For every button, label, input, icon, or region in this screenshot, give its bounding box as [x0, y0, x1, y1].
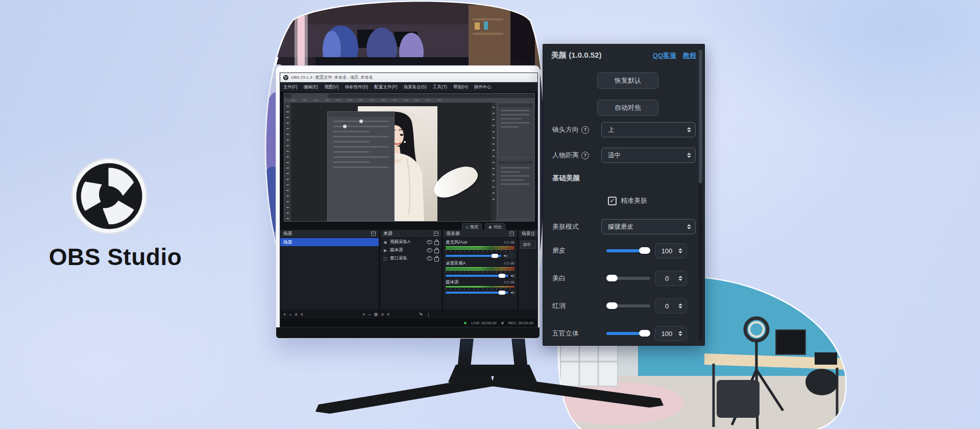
restore-defaults-button[interactable]: 恢复默认: [597, 73, 658, 89]
obs-logo: [69, 156, 149, 236]
rosy-slider[interactable]: [606, 304, 650, 307]
lock-icon[interactable]: [434, 241, 439, 245]
spinner-updown-icon[interactable]: [678, 248, 687, 253]
menu-plugin-center[interactable]: 插件中心: [471, 84, 495, 90]
lens-direction-label: 镜头方向: [552, 125, 579, 134]
spinner-updown-icon[interactable]: [678, 303, 687, 308]
panel-title: 美颜 (1.0.0.52): [551, 51, 601, 60]
menu-file[interactable]: 文件(F): [280, 84, 301, 90]
obs-status-bar: LIVE: 00:00:00 REC: 00:00:00: [280, 319, 537, 327]
add-scene-icon[interactable]: +: [283, 313, 286, 317]
facial-depth-value-spinner[interactable]: 100: [655, 326, 687, 341]
meter-ticks: [446, 250, 514, 252]
whitening-value-spinner[interactable]: 0: [655, 271, 687, 286]
rosy-value-spinner[interactable]: 0: [655, 298, 687, 314]
obs-docks: 场景 场景 来源 ◉ 视频采集A ▶ 媒体源: [280, 230, 537, 310]
channel-menu-icon[interactable]: ⋮: [509, 253, 514, 258]
whitening-label: 美白: [552, 274, 566, 283]
captured-photoshop-window: [284, 93, 535, 222]
panel-scrollbar-thumb[interactable]: [699, 50, 702, 183]
obs-titlebar: OBS 29.1.3 - 配置文件: 未命名 - 场景: 未命名: [280, 73, 537, 82]
precise-skin-label: 精准美肤: [621, 196, 647, 205]
lock-icon[interactable]: [434, 257, 439, 261]
meter-ticks: [446, 288, 514, 290]
spinner-updown-icon[interactable]: [678, 331, 687, 336]
mixer-pen-icon[interactable]: ✎: [419, 313, 423, 317]
volume-meter: [446, 286, 514, 288]
dock-toolbars: + − ˄ ˅ + − ⚙ ˄ ˅ ✎ ⋮: [280, 310, 537, 319]
lock-icon[interactable]: [434, 249, 439, 253]
smoothing-slider[interactable]: [606, 249, 650, 252]
live-status: LIVE: 00:00:00: [471, 321, 497, 325]
obs-window: OBS 29.1.3 - 配置文件: 未命名 - 场景: 未命名 文件(F) 编…: [280, 73, 538, 327]
facial-depth-label: 五官立体: [552, 329, 579, 338]
speaker-icon[interactable]: ◄): [503, 254, 507, 257]
scenes-dock-title: 场景: [283, 230, 292, 237]
speaker-icon[interactable]: ◄): [510, 291, 514, 294]
qq-support-link[interactable]: QQ客服: [653, 51, 676, 60]
obs-title-text: OBS 29.1.3 - 配置文件: 未命名 - 场景: 未命名: [291, 75, 373, 80]
remove-scene-icon[interactable]: −: [289, 313, 291, 317]
page: OBS Studio OBS 29.1.3 - 配置文件: 未命名 - 场景: …: [0, 0, 980, 429]
dock-icon[interactable]: [371, 231, 376, 236]
menu-help[interactable]: 帮助(H): [450, 84, 471, 90]
source-row[interactable]: ▢ 窗口采集: [380, 254, 442, 263]
facial-depth-slider[interactable]: [606, 332, 650, 335]
ps-tab-strip: [284, 93, 534, 98]
camera-source-icon: ◉: [383, 240, 388, 245]
person-distance-select[interactable]: 适中: [601, 148, 696, 163]
transition-select[interactable]: 淡出: [521, 241, 535, 248]
lens-direction-select[interactable]: 上: [601, 122, 696, 137]
scene-list-item-selected[interactable]: 场景: [280, 238, 379, 246]
source-up-icon[interactable]: ˄: [381, 313, 384, 317]
volume-slider[interactable]: [446, 292, 508, 294]
visibility-eye-icon[interactable]: [427, 248, 432, 252]
help-icon[interactable]: ?: [581, 126, 589, 134]
volume-meter: [446, 267, 514, 269]
source-row[interactable]: ▶ 媒体源: [380, 246, 442, 254]
source-row[interactable]: ◉ 视频采集A: [380, 238, 442, 246]
remove-source-icon[interactable]: −: [368, 313, 371, 317]
square-icon: ▣: [488, 225, 492, 229]
smoothing-value-spinner[interactable]: 100: [655, 243, 687, 258]
scene-up-icon[interactable]: ˄: [295, 313, 298, 317]
volume-slider[interactable]: [446, 275, 508, 277]
visibility-eye-icon[interactable]: [427, 256, 432, 260]
scene-down-icon[interactable]: ˅: [301, 313, 303, 317]
menu-scene-collection[interactable]: 场景集合(S): [401, 84, 430, 90]
chevron-updown-icon: [687, 153, 695, 158]
menu-view[interactable]: 视图(V): [321, 84, 341, 90]
speaker-icon[interactable]: ◄): [510, 274, 514, 277]
mixer-channel: 麦克风/Aux0.0 dB ◄)⋮: [446, 240, 514, 258]
volume-meter: [446, 248, 514, 250]
skin-mode-select[interactable]: 朦胧磨皮: [601, 219, 696, 234]
autofocus-button[interactable]: 自动对焦: [597, 100, 658, 116]
spinner-updown-icon[interactable]: [678, 276, 687, 281]
help-icon[interactable]: ?: [581, 152, 589, 159]
tutorial-link[interactable]: 教程: [683, 51, 696, 60]
mixer-channel: 媒体源0.0 dB ◄): [446, 279, 514, 294]
volume-slider[interactable]: [446, 255, 501, 257]
source-properties-icon[interactable]: ⚙: [374, 313, 378, 317]
menu-docks[interactable]: 停靠部件(D): [342, 84, 372, 90]
dock-icon[interactable]: [509, 231, 514, 236]
source-down-icon[interactable]: ˅: [387, 313, 389, 317]
transitions-dock-title: 场景过渡: [522, 230, 534, 237]
ps-right-panels: [491, 103, 533, 220]
menu-edit[interactable]: 编辑(E): [301, 84, 321, 90]
visibility-eye-icon[interactable]: [427, 240, 432, 244]
obs-app-icon: [283, 75, 288, 80]
live-status-dot: [464, 322, 467, 324]
precise-skin-checkbox[interactable]: ✓: [608, 197, 617, 205]
sources-dock: 来源 ◉ 视频采集A ▶ 媒体源 ▢ 窗口: [380, 230, 442, 310]
add-source-icon[interactable]: +: [362, 313, 365, 317]
obs-menubar: 文件(F) 编辑(E) 视图(V) 停靠部件(D) 配置文件(P) 场景集合(S…: [280, 82, 537, 92]
menu-tools[interactable]: 工具(T): [430, 84, 450, 90]
monitor-chin: [276, 327, 540, 338]
dock-icon[interactable]: [434, 231, 438, 236]
mixer-options-icon[interactable]: ⋮: [426, 313, 431, 317]
monitor-stand: [306, 333, 674, 420]
menu-profile[interactable]: 配置文件(P): [371, 84, 400, 90]
rec-status: REC: 00:00:00: [508, 321, 533, 325]
whitening-slider[interactable]: [606, 277, 650, 280]
